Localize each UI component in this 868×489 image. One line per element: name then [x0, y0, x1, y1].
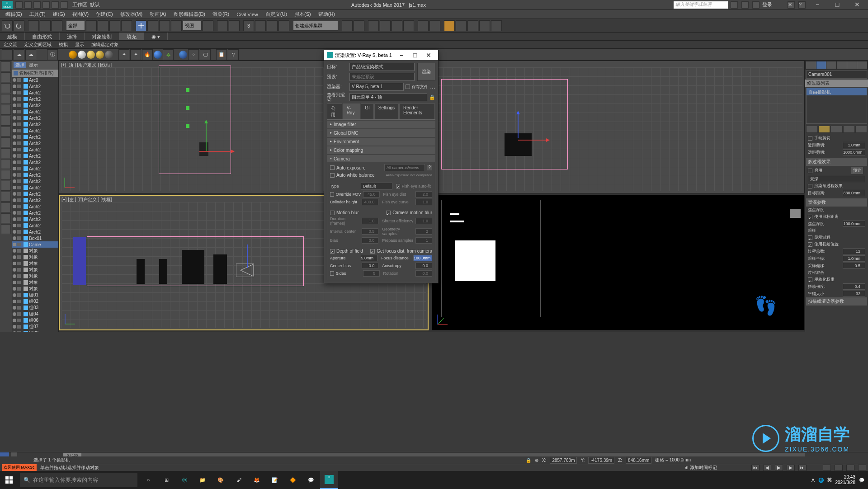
dither-spinner[interactable]: 0.4	[843, 283, 865, 290]
modifier-stack[interactable]: 自由摄影机	[806, 88, 867, 124]
sphere-3[interactable]	[87, 51, 95, 59]
tb2-clipboard[interactable]: 📋	[216, 49, 227, 60]
task-explorer[interactable]: 📁	[193, 471, 212, 489]
play[interactable]: ▶	[775, 465, 783, 471]
cmd-tab-utility[interactable]	[857, 61, 867, 69]
outliner-item[interactable]: Arch2	[12, 184, 58, 191]
select-button[interactable]	[86, 20, 97, 31]
sample-radius-spinner[interactable]: 1.0mm	[843, 255, 865, 262]
clip-manual-check[interactable]	[808, 136, 812, 141]
mp-effect-combo[interactable]: 景深	[808, 176, 865, 182]
outliner-item[interactable]: 组08	[12, 330, 58, 332]
focal-depth-spinner[interactable]: 100.0mm	[843, 221, 865, 227]
ribbon2-sim[interactable]: 模拟	[55, 41, 71, 48]
fisheye-dist-spinner[interactable]: 2.0	[415, 191, 432, 197]
menu-modifier[interactable]: 修改器(M)	[117, 11, 146, 18]
dof-title[interactable]: 景深参数	[806, 198, 867, 207]
shutter-spinner[interactable]: 1.0	[415, 218, 432, 224]
dialog-minimize[interactable]: −	[395, 52, 408, 59]
menu-view[interactable]: 视图(V)	[69, 11, 93, 18]
undo-button[interactable]	[2, 20, 13, 31]
modifier-list-label[interactable]: 修改器列表	[805, 80, 868, 87]
cmd-tab-create[interactable]	[806, 61, 816, 69]
play-back[interactable]: ⏮	[751, 465, 760, 471]
keyboard-shortcut-button[interactable]	[229, 20, 240, 31]
scanline-title[interactable]: 扫描线渲染器参数	[806, 297, 867, 306]
auto-exposure-check[interactable]	[330, 165, 335, 170]
redo-button[interactable]	[14, 20, 24, 31]
coord-mode-icon[interactable]: ⊕	[535, 458, 538, 463]
outliner-item[interactable]: Arch2	[12, 83, 58, 89]
outliner-item[interactable]: 对象	[12, 273, 58, 279]
nav-pan[interactable]	[823, 465, 831, 471]
maximize-button[interactable]: □	[828, 0, 846, 9]
total-passes-spinner[interactable]: 12	[843, 248, 865, 254]
menu-custom[interactable]: 自定义(U)	[262, 11, 291, 18]
modifier-stack-item[interactable]: 自由摄影机	[807, 88, 867, 95]
app-icon[interactable]: 3MAX	[2, 1, 13, 9]
dialog-titlebar[interactable]: 渲染设置: V-Ray 5, beta 1 − □ ✕	[324, 50, 438, 60]
outliner-item[interactable]: 组03	[12, 305, 58, 311]
cyl-height-spinner[interactable]: 400.0	[362, 199, 378, 205]
percent-snap-button[interactable]	[267, 20, 278, 31]
outliner-item[interactable]: Arch2	[12, 102, 58, 108]
use-init-check[interactable]	[808, 242, 812, 247]
coord-x[interactable]: 2857.763m	[550, 457, 577, 464]
tab-vray[interactable]: V-Ray	[343, 103, 361, 119]
sample-bias-spinner[interactable]: 0.5	[843, 263, 865, 269]
redo-icon[interactable]	[52, 1, 59, 9]
outliner-item[interactable]: Arch2	[12, 203, 58, 210]
tb2-help[interactable]: ?	[228, 49, 239, 60]
ribbon2-display[interactable]: 显示	[71, 41, 88, 48]
unlink-button[interactable]	[40, 20, 51, 31]
target-dist-spinner[interactable]: 880.0mm	[843, 190, 865, 196]
task-app2[interactable]: 🖌	[230, 471, 248, 489]
tray-net-icon[interactable]: 🌐	[818, 478, 824, 483]
prepass-spinner[interactable]: 1	[415, 237, 432, 244]
mod-btn-config[interactable]	[855, 126, 867, 133]
outliner-tab-display[interactable]: 显示	[29, 62, 38, 68]
task-view[interactable]: ⊞	[157, 471, 175, 489]
render-prod-button[interactable]	[444, 20, 455, 31]
viewport-front[interactable]	[432, 61, 805, 193]
outliner-item[interactable]: Arc0	[12, 77, 58, 83]
tb2-flame[interactable]: 🔥	[142, 49, 153, 60]
outliner-item[interactable]: Arch2	[12, 115, 58, 121]
outliner-item[interactable]: 对象	[12, 279, 58, 286]
ribbon-fill[interactable]: 填充	[119, 33, 144, 40]
rollout-camera-head[interactable]: Camera	[327, 155, 435, 162]
outliner-item[interactable]: Came	[12, 241, 58, 248]
help-icon[interactable]: ?	[798, 1, 806, 9]
rollout-color-mapping[interactable]: Color mapping	[327, 146, 435, 154]
outliner-item[interactable]: 组07	[12, 324, 58, 330]
pivot-button[interactable]	[203, 20, 213, 31]
curve-editor-button[interactable]	[380, 20, 391, 31]
rollout-image-filter[interactable]: Image filter	[327, 121, 435, 128]
dof-check[interactable]	[330, 249, 335, 254]
ribbon-freeform[interactable]: 自由形式	[25, 33, 60, 40]
lock-selection-icon[interactable]: 🔒	[526, 458, 531, 463]
tb2-particles[interactable]: ⁘	[188, 49, 199, 60]
render-button[interactable]: 渲染	[417, 63, 435, 81]
task-app3[interactable]: 📝	[266, 471, 284, 489]
outliner-item[interactable]: 组02	[12, 298, 58, 305]
tab-gi[interactable]: GI	[361, 103, 374, 119]
snap-button[interactable]: 3	[243, 20, 254, 31]
outliner-item[interactable]: 对象	[12, 267, 58, 273]
geom-spinner[interactable]: 2	[415, 228, 432, 235]
select-name-button[interactable]	[98, 20, 108, 31]
tray-notifications[interactable]: 💬	[859, 478, 864, 483]
lt-10[interactable]	[1, 159, 11, 169]
nav-orbit[interactable]	[858, 465, 866, 471]
rendered-frame-button[interactable]	[429, 20, 440, 31]
help-search-input[interactable]: 输入关键字或短语	[674, 1, 728, 9]
open-icon[interactable]	[24, 1, 32, 9]
multipass-title[interactable]: 多过程效果	[806, 158, 867, 166]
start-button[interactable]	[0, 471, 18, 489]
tb2-display[interactable]: 🖵	[200, 49, 211, 60]
outliner-item[interactable]: Arch2	[12, 134, 58, 140]
lt-16[interactable]	[1, 224, 11, 234]
home-icon-cam[interactable]	[790, 209, 801, 218]
tab-settings[interactable]: Settings	[374, 103, 399, 119]
task-app4[interactable]: 🔶	[284, 471, 302, 489]
